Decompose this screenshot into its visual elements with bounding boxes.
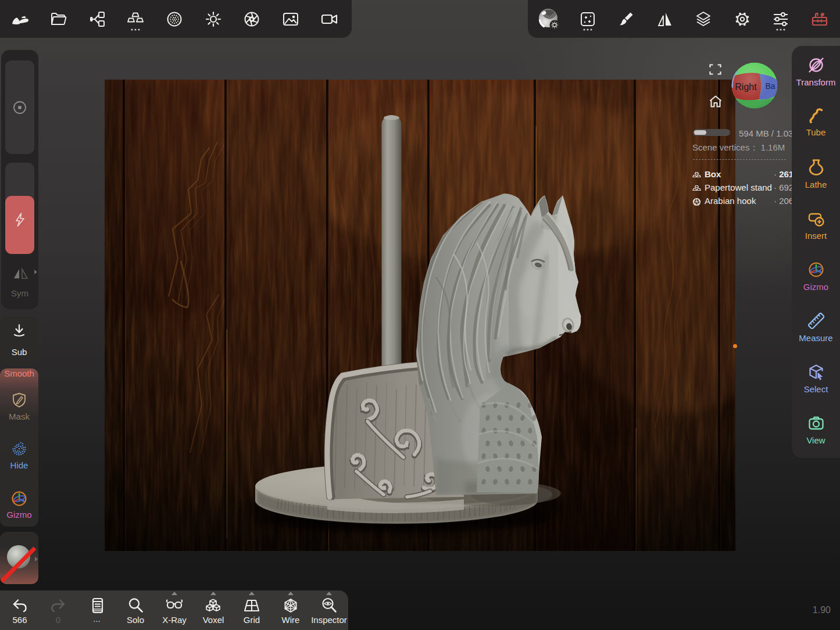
svg-text:Ba: Ba [765, 81, 775, 91]
svg-text:Right: Right [735, 82, 757, 92]
